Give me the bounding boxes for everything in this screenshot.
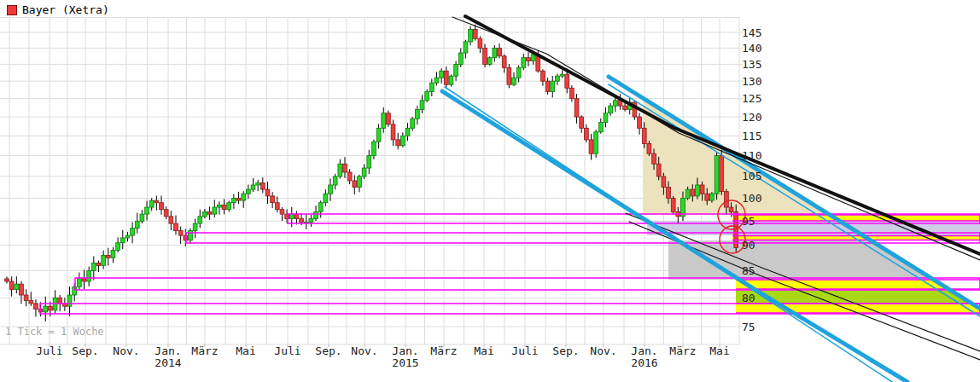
candle-up	[429, 83, 434, 91]
candle-down	[353, 181, 357, 188]
y-tick-label: 115	[742, 130, 761, 142]
candle-down	[507, 67, 511, 84]
x-tick-label: Nov.	[113, 344, 139, 357]
candle-up	[358, 177, 362, 188]
candle-up	[309, 219, 313, 223]
legend: Bayer (Xetra)	[7, 3, 109, 16]
candle-down	[720, 156, 724, 192]
candle-up	[420, 101, 424, 110]
legend-label: Bayer (Xetra)	[22, 3, 109, 16]
candle-down	[96, 263, 101, 265]
y-tick-label: 110	[742, 149, 761, 162]
candle-up	[516, 67, 521, 78]
candle-up	[458, 53, 463, 64]
candle-down	[483, 48, 487, 64]
candle-down	[473, 29, 477, 38]
candle-down	[300, 219, 304, 223]
candle-up	[135, 221, 139, 228]
candle-down	[569, 88, 574, 98]
candle-down	[502, 56, 506, 67]
candle-up	[560, 74, 564, 76]
x-tick-label: Juli	[274, 344, 300, 357]
candle-up	[314, 211, 318, 218]
candle-down	[734, 211, 738, 247]
x-tick-label: Nov.	[590, 344, 616, 357]
candle-up	[242, 194, 246, 200]
candle-up	[493, 48, 497, 57]
candle-up	[435, 78, 439, 83]
candle-up	[246, 189, 250, 194]
candle-down	[444, 71, 448, 84]
y-tick-label: 105	[742, 170, 761, 182]
x-tick-label: Jan.	[392, 344, 418, 357]
candle-up	[149, 200, 154, 207]
candle-up	[609, 106, 613, 113]
candle-down	[527, 58, 531, 61]
y-tick-label: 140	[742, 42, 761, 55]
candle-down	[49, 306, 53, 310]
legend-color-swatch	[7, 5, 17, 15]
candle-down	[178, 230, 183, 235]
candle-down	[29, 301, 33, 304]
candle-down	[729, 207, 733, 211]
candle-down	[396, 140, 400, 146]
candle-up	[613, 101, 617, 106]
candle-down	[652, 153, 656, 164]
candle-down	[207, 211, 212, 214]
x-tick-label: Juli	[511, 344, 538, 357]
y-tick-label: 80	[742, 292, 755, 304]
candle-down	[265, 189, 270, 196]
candle-down	[584, 128, 588, 140]
candle-up	[696, 185, 700, 196]
y-tick-label: 90	[742, 239, 755, 252]
candle-up	[67, 295, 72, 306]
candle-down	[541, 71, 545, 81]
candle-up	[487, 58, 492, 65]
candle-up	[464, 42, 468, 53]
candle-up	[15, 284, 19, 289]
candle-up	[227, 203, 231, 210]
candle-up	[120, 238, 125, 243]
y-tick-label: 135	[742, 58, 761, 71]
year-label: 2015	[392, 356, 418, 369]
candle-down	[164, 210, 168, 217]
y-tick-label: 130	[742, 75, 761, 88]
candle-down	[589, 140, 593, 153]
yellow-band-83	[736, 280, 949, 289]
candle-up	[251, 185, 255, 189]
candle-down	[647, 144, 651, 154]
candle-up	[193, 223, 197, 230]
candle-down	[700, 185, 704, 194]
candle-up	[367, 156, 371, 168]
candle-down	[347, 172, 352, 181]
candle-down	[295, 214, 299, 218]
candle-down	[106, 255, 110, 258]
candle-down	[638, 117, 642, 128]
y-tick-label: 95	[742, 215, 755, 228]
candle-up	[329, 185, 333, 194]
y-tick-label: 100	[742, 192, 761, 205]
candle-up	[213, 207, 217, 214]
candle-down	[82, 279, 86, 281]
candle-down	[260, 182, 265, 189]
candle-down	[662, 177, 666, 188]
candle-down	[271, 196, 275, 203]
candle-down	[478, 38, 482, 48]
x-tick-label: Nov.	[351, 344, 377, 357]
candle-up	[411, 119, 415, 128]
x-tick-label: Jan.	[155, 344, 181, 357]
candle-down	[58, 298, 62, 304]
candle-up	[87, 271, 91, 281]
candle-up	[449, 76, 453, 84]
candle-up	[198, 217, 202, 223]
candle-down	[9, 281, 14, 290]
y-tick-label: 120	[742, 111, 761, 124]
x-tick-label: Juli	[36, 344, 62, 357]
candle-up	[44, 306, 48, 312]
candle-up	[594, 132, 598, 153]
candle-down	[667, 188, 671, 199]
x-tick-label: Mai	[236, 344, 255, 357]
candle-down	[174, 223, 178, 230]
candle-up	[425, 91, 429, 100]
year-label: 2014	[155, 356, 181, 369]
